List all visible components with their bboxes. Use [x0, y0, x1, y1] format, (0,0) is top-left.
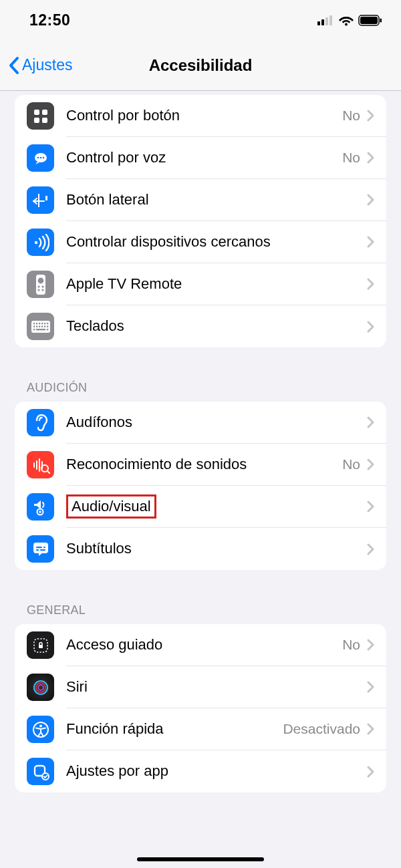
guided-access-icon: [27, 631, 54, 659]
svg-rect-2: [325, 17, 328, 25]
accessibility-icon: [27, 716, 54, 743]
siri-icon: [27, 674, 54, 701]
sound-recognition-icon: [27, 451, 54, 478]
row-label: Control por botón: [66, 107, 342, 124]
svg-rect-16: [45, 196, 47, 200]
status-bar: 12:50: [0, 0, 401, 40]
keyboard-icon: [27, 313, 54, 340]
svg-rect-38: [36, 329, 45, 330]
svg-rect-54: [39, 645, 43, 648]
row-keyboards[interactable]: Teclados: [15, 305, 386, 347]
svg-point-59: [39, 724, 42, 727]
row-label: Función rápida: [66, 720, 283, 738]
cellular-icon: [317, 15, 334, 25]
row-sound-recognition[interactable]: Reconocimiento de sonidos No: [15, 444, 386, 486]
svg-rect-35: [44, 325, 45, 327]
group-physical: Control por botón No Control por voz: [15, 95, 386, 347]
chevron-right-icon: [367, 416, 374, 428]
row-label: Ajustes por app: [66, 762, 367, 780]
side-button-icon: [27, 186, 54, 214]
row-shortcut[interactable]: Función rápida Desactivado: [15, 708, 386, 750]
svg-rect-18: [36, 275, 45, 295]
svg-rect-28: [41, 323, 43, 324]
wifi-icon: [338, 15, 354, 26]
row-headphones[interactable]: Audífonos: [15, 402, 386, 444]
audio-visual-icon: [27, 493, 54, 521]
subtitles-icon: [27, 535, 54, 563]
svg-point-17: [34, 241, 37, 243]
svg-point-19: [37, 277, 43, 283]
svg-rect-32: [36, 325, 37, 327]
svg-rect-51: [36, 549, 39, 551]
row-value: No: [342, 637, 360, 653]
row-label: Siri: [66, 678, 367, 696]
row-guided-access[interactable]: Acceso guiado No: [15, 624, 386, 666]
group-hearing: Audífonos Reconocimiento de sonidos: [15, 402, 386, 570]
nav-header: Ajustes Accesibilidad: [0, 40, 401, 91]
chevron-right-icon: [367, 639, 374, 651]
svg-rect-6: [360, 17, 378, 24]
row-label: Apple TV Remote: [66, 275, 367, 293]
svg-point-21: [41, 285, 43, 287]
svg-point-15: [42, 156, 44, 158]
row-label: Acceso guiado: [66, 636, 342, 654]
chevron-right-icon: [367, 500, 374, 513]
chevron-right-icon: [367, 110, 374, 122]
chevron-right-icon: [367, 152, 374, 164]
svg-rect-31: [33, 325, 35, 327]
ear-icon: [27, 409, 54, 436]
chevron-left-icon: [8, 56, 19, 75]
row-label: Botón lateral: [66, 191, 367, 208]
svg-rect-25: [33, 323, 35, 324]
svg-point-4: [345, 23, 348, 25]
row-side-button[interactable]: Botón lateral: [15, 179, 386, 221]
home-indicator[interactable]: [137, 857, 264, 861]
row-label: Reconocimiento de sonidos: [66, 456, 342, 473]
status-time: 12:50: [29, 11, 70, 29]
chevron-right-icon: [367, 458, 374, 470]
row-subtitles[interactable]: Subtítulos: [15, 528, 386, 570]
row-nearby-devices[interactable]: Controlar dispositivos cercanos: [15, 221, 386, 263]
svg-rect-30: [47, 323, 48, 324]
row-label: Teclados: [66, 317, 367, 335]
row-value: No: [342, 108, 360, 124]
svg-point-13: [37, 156, 39, 158]
row-tv-remote[interactable]: Apple TV Remote: [15, 263, 386, 305]
section-header-general: GENERAL: [15, 598, 386, 624]
back-button[interactable]: Ajustes: [8, 56, 72, 75]
svg-point-23: [41, 289, 43, 291]
row-label: Audio/visual: [66, 494, 367, 519]
row-label: Audífonos: [66, 414, 367, 431]
section-header-hearing: AUDICIÓN: [15, 376, 386, 402]
svg-rect-50: [43, 547, 45, 548]
row-label: Subtítulos: [66, 540, 367, 557]
chevron-right-icon: [367, 236, 374, 248]
svg-line-45: [47, 471, 49, 473]
svg-rect-11: [42, 118, 47, 123]
svg-rect-7: [380, 18, 382, 22]
row-audio-visual[interactable]: Audio/visual: [15, 486, 386, 528]
svg-point-20: [37, 285, 39, 287]
row-label: Control por voz: [66, 149, 342, 166]
row-value: Desactivado: [283, 721, 360, 737]
svg-rect-39: [47, 329, 48, 330]
group-general: Acceso guiado No Siri: [15, 624, 386, 792]
svg-point-14: [39, 156, 41, 158]
svg-rect-52: [40, 549, 45, 551]
row-switch-control[interactable]: Control por botón No: [15, 95, 386, 137]
svg-point-57: [38, 685, 43, 690]
status-icons: [317, 15, 382, 26]
nearby-devices-icon: [27, 229, 54, 256]
svg-rect-9: [42, 110, 47, 115]
chevron-right-icon: [367, 723, 374, 735]
svg-rect-36: [47, 325, 48, 327]
svg-rect-3: [329, 15, 332, 25]
row-per-app[interactable]: Ajustes por app: [15, 750, 386, 792]
chevron-right-icon: [367, 681, 374, 693]
chevron-right-icon: [367, 194, 374, 206]
row-voice-control[interactable]: Control por voz No: [15, 137, 386, 179]
switch-control-icon: [27, 102, 54, 130]
svg-rect-33: [39, 325, 40, 327]
voice-control-icon: [27, 144, 54, 172]
row-siri[interactable]: Siri: [15, 666, 386, 708]
